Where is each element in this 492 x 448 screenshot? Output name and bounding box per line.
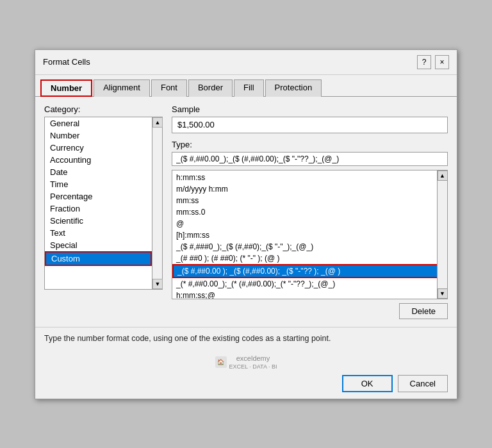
watermark-logo: 🏠 <box>215 356 227 368</box>
category-item-time[interactable]: Time <box>45 178 152 190</box>
category-item-text[interactable]: Text <box>45 227 152 239</box>
left-panel: Category: General Number Currency Accoun… <box>44 104 163 319</box>
tab-bar: Number Alignment Font Border Fill Protec… <box>35 75 457 97</box>
format-item-0[interactable]: h:mm:ss <box>172 172 447 183</box>
watermark: 🏠 exceldemy EXCEL · DATA · BI <box>44 352 448 372</box>
category-item-percentage[interactable]: Percentage <box>45 190 152 203</box>
format-item-2[interactable]: mm:ss <box>172 195 447 206</box>
category-scroll-track <box>152 128 162 279</box>
category-item-fraction[interactable]: Fraction <box>45 203 152 215</box>
format-item-5[interactable]: [h]:mm:ss <box>172 229 447 241</box>
tab-number[interactable]: Number <box>40 79 92 97</box>
delete-btn-row: Delete <box>172 303 448 319</box>
category-item-number[interactable]: Number <box>45 129 152 142</box>
format-cells-dialog: Format Cells ? × Number Alignment Font B… <box>35 49 457 399</box>
tab-font[interactable]: Font <box>151 79 187 97</box>
category-scroll-down[interactable]: ▼ <box>152 279 163 289</box>
right-panel: Sample $1,500.00 Type: h:mm:ss m/d/yyyy … <box>172 104 448 319</box>
format-item-4[interactable]: @ <box>172 218 447 229</box>
footer-buttons: OK Cancel <box>342 375 448 392</box>
format-scroll-down[interactable]: ▼ <box>438 288 448 299</box>
category-item-currency[interactable]: Currency <box>45 142 152 154</box>
category-item-general[interactable]: General <box>45 117 152 129</box>
category-item-special[interactable]: Special <box>45 239 152 251</box>
dialog-title: Format Cells <box>43 57 90 67</box>
format-list-wrapper: h:mm:ss m/d/yyyy h:mm mm:ss mm:ss.0 @ [h… <box>172 170 448 299</box>
sample-value: $1,500.00 <box>172 117 448 133</box>
category-item-accounting[interactable]: Accounting <box>45 154 152 166</box>
category-scrollbar: ▲ ▼ <box>152 117 162 289</box>
cancel-button[interactable]: Cancel <box>398 375 448 392</box>
format-item-7[interactable]: _(# ##0 ); (# ##0); (* "-" ); (@ ) <box>172 253 447 264</box>
title-bar: Format Cells ? × <box>35 50 457 75</box>
dialog-footer: 🏠 exceldemy EXCEL · DATA · BI OK Cancel <box>35 348 457 399</box>
category-item-custom[interactable]: Custom <box>45 251 152 266</box>
format-item-9[interactable]: _(* #,##0.00_);_(* (#,##0.00);_(* "-"??_… <box>172 278 447 290</box>
watermark-text: exceldemy EXCEL · DATA · BI <box>229 354 277 370</box>
category-list: General Number Currency Accounting Date … <box>45 117 152 289</box>
format-item-6[interactable]: _($ #,###0_);_($ (#,##0);_($ "-"_);_(@_) <box>172 241 447 253</box>
format-item-10[interactable]: h:mm:ss;@ <box>172 290 447 299</box>
title-controls: ? × <box>417 55 449 69</box>
main-content: Category: General Number Currency Accoun… <box>35 97 457 327</box>
category-scroll-up[interactable]: ▲ <box>152 117 163 128</box>
ok-button[interactable]: OK <box>342 375 393 392</box>
delete-button[interactable]: Delete <box>399 303 448 319</box>
format-scrollbar: ▲ ▼ <box>437 170 447 299</box>
format-scroll-up[interactable]: ▲ <box>438 170 448 181</box>
format-item-3[interactable]: mm:ss.0 <box>172 206 447 218</box>
type-input[interactable] <box>172 152 448 166</box>
format-item-1[interactable]: m/d/yyyy h:mm <box>172 183 447 195</box>
tab-fill[interactable]: Fill <box>234 79 264 97</box>
format-item-8[interactable]: _($ #,##0.00 ); _($ (#,##0.00); _($ "-"?… <box>172 264 447 278</box>
tab-alignment[interactable]: Alignment <box>94 79 150 97</box>
format-list: h:mm:ss m/d/yyyy h:mm mm:ss mm:ss.0 @ [h… <box>172 170 447 299</box>
category-item-scientific[interactable]: Scientific <box>45 215 152 227</box>
category-list-wrapper: General Number Currency Accounting Date … <box>44 117 163 290</box>
close-button[interactable]: × <box>435 55 449 69</box>
sample-label: Sample <box>172 104 448 114</box>
tab-protection[interactable]: Protection <box>265 79 322 97</box>
tab-border[interactable]: Border <box>188 79 233 97</box>
category-label: Category: <box>44 104 163 114</box>
description: Type the number format code, using one o… <box>35 327 457 348</box>
help-button[interactable]: ? <box>417 55 431 69</box>
type-label: Type: <box>172 140 448 149</box>
category-item-date[interactable]: Date <box>45 166 152 178</box>
